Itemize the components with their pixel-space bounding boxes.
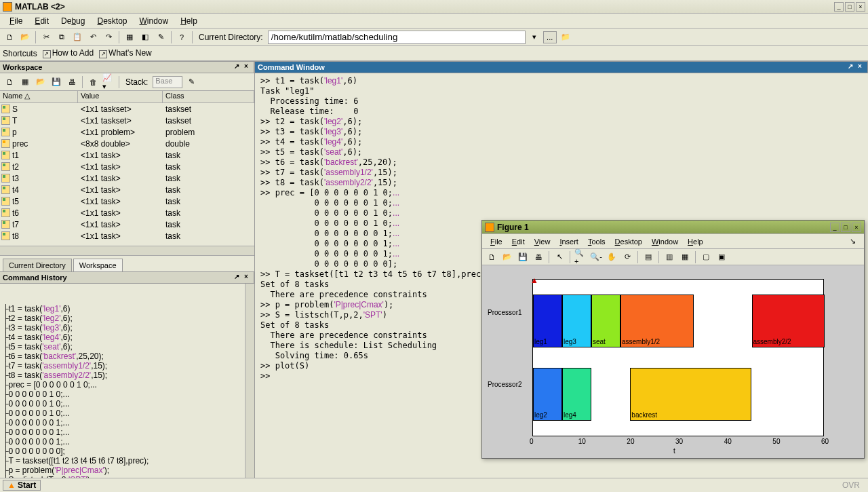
workspace-row[interactable]: t6<1x1 task>task — [0, 207, 254, 219]
workspace-row[interactable]: t4<1x1 task>task — [0, 184, 254, 195]
tab-workspace[interactable]: Workspace — [73, 259, 123, 271]
history-body[interactable]: ├t1 = task('leg1',6)├t2 = task('leg2',6)… — [0, 284, 254, 478]
menu-window[interactable]: Window — [134, 15, 174, 27]
legend-icon[interactable]: ▦ — [678, 250, 692, 264]
menu-debug[interactable]: Debug — [56, 15, 90, 27]
var-value: <1x1 task> — [78, 197, 163, 206]
fig-menu-edit[interactable]: Edit — [508, 236, 529, 247]
shortcuts-link[interactable]: Shortcuts — [3, 49, 37, 58]
window-title: MATLAB <2> — [15, 2, 833, 12]
var-name: t4 — [12, 185, 19, 195]
print-icon[interactable]: 🖶 — [65, 75, 79, 89]
workspace-row[interactable]: t8<1x1 task>task — [0, 230, 254, 242]
zoom-in-icon[interactable]: 🔍+ — [574, 250, 587, 264]
fig-menu-file[interactable]: File — [486, 236, 507, 247]
menu-help[interactable]: Help — [175, 15, 203, 27]
close-icon[interactable]: × — [856, 2, 865, 12]
main-toolbar: 🗋 📂 ✂ ⧉ 📋 ↶ ↷ ▦ ◧ ✎ ? Current Directory:… — [0, 29, 868, 46]
fig-menu-desktop[interactable]: Desktop — [611, 236, 646, 247]
close-panel-icon[interactable]: × — [855, 62, 865, 72]
stack-combo[interactable]: Base — [153, 76, 182, 88]
close-panel-icon[interactable]: × — [241, 273, 251, 282]
workspace-row[interactable]: prec<8x8 double>double — [0, 138, 254, 149]
workspace-scroll[interactable] — [0, 246, 254, 255]
colorbar-icon[interactable]: ▥ — [663, 250, 676, 264]
datacursor-icon[interactable]: ▤ — [642, 250, 655, 264]
maximize-icon[interactable]: □ — [841, 223, 850, 232]
var-name: prec — [12, 139, 28, 149]
col-value[interactable]: Value — [78, 91, 163, 102]
zoom-out-icon[interactable]: 🔍- — [589, 250, 603, 264]
howto-link[interactable]: How to Add — [52, 48, 94, 58]
whatsnew-link[interactable]: What's New — [108, 48, 152, 58]
var-icon — [1, 139, 10, 148]
menu-edit[interactable]: Edit — [29, 15, 54, 27]
undock-icon[interactable]: ↗ — [232, 273, 241, 282]
workspace-row[interactable]: p<1x1 problem>problem — [0, 126, 254, 138]
pan-icon[interactable]: ✋ — [605, 250, 618, 264]
print-fig-icon[interactable]: 🖶 — [532, 250, 545, 264]
simulink-icon[interactable]: ▦ — [123, 31, 136, 44]
var-icon — [1, 220, 10, 229]
pointer-icon[interactable]: ↖ — [553, 250, 566, 264]
save-fig-icon[interactable]: 💾 — [516, 250, 530, 264]
delete-icon[interactable]: 🗑 — [86, 75, 100, 89]
browse-dir-icon[interactable]: ... — [543, 31, 557, 43]
workspace-row[interactable]: t7<1x1 task>task — [0, 219, 254, 230]
undock-icon[interactable]: ↗ — [846, 62, 855, 72]
help-icon[interactable]: ? — [175, 31, 189, 44]
col-class[interactable]: Class — [163, 91, 254, 102]
hide-tools-icon[interactable]: ▢ — [699, 250, 713, 264]
xaxis-tick: 40 — [724, 438, 732, 445]
new-file-icon[interactable]: 🗋 — [3, 31, 16, 44]
workspace-row[interactable]: t2<1x1 task>task — [0, 161, 254, 172]
rotate-icon[interactable]: ⟳ — [620, 250, 634, 264]
undo-icon[interactable]: ↶ — [86, 31, 100, 44]
var-icon — [1, 174, 10, 183]
workspace-row[interactable]: t3<1x1 task>task — [0, 172, 254, 184]
plot-icon[interactable]: 📈▾ — [102, 75, 115, 89]
fig-menu-tools[interactable]: Tools — [584, 236, 610, 247]
fig-menu-chevron-icon[interactable]: ↘ — [846, 235, 860, 247]
fig-menu-window[interactable]: Window — [648, 236, 682, 247]
start-button[interactable]: ▲Start — [3, 480, 41, 491]
copy-icon[interactable]: ⧉ — [55, 31, 68, 44]
new-fig-icon[interactable]: 🗋 — [485, 250, 498, 264]
workspace-row[interactable]: t1<1x1 task>task — [0, 149, 254, 161]
menu-desktop[interactable]: Desktop — [92, 15, 132, 27]
current-dir-input[interactable] — [268, 31, 526, 44]
guide-icon[interactable]: ◧ — [138, 31, 152, 44]
col-name[interactable]: Name △ — [0, 91, 78, 102]
minimize-icon[interactable]: _ — [834, 2, 844, 12]
history-scrollbar[interactable] — [245, 284, 254, 478]
dir-dropdown-icon[interactable]: ▾ — [528, 31, 541, 44]
maximize-icon[interactable]: □ — [845, 2, 854, 12]
var-class: task — [163, 208, 254, 218]
save-icon[interactable]: 💾 — [50, 75, 63, 89]
workspace-row[interactable]: t5<1x1 task>task — [0, 195, 254, 207]
profiler-icon[interactable]: ✎ — [154, 31, 167, 44]
redo-icon[interactable]: ↷ — [102, 31, 115, 44]
open-fig-icon[interactable]: 📂 — [500, 250, 514, 264]
fig-menu-help[interactable]: Help — [684, 236, 707, 247]
show-tools-icon[interactable]: ▣ — [715, 250, 728, 264]
new-var-icon[interactable]: 🗋 — [3, 75, 16, 89]
minimize-icon[interactable]: _ — [830, 223, 840, 232]
var-value: <8x8 double> — [78, 139, 163, 149]
fig-menu-insert[interactable]: Insert — [555, 236, 583, 247]
menu-file[interactable]: File — [4, 15, 28, 27]
stack-edit-icon[interactable]: ✎ — [184, 75, 198, 89]
workspace-row[interactable]: S<1x1 taskset>taskset — [0, 103, 254, 115]
tab-current-directory[interactable]: Current Directory — [3, 259, 72, 271]
cut-icon[interactable]: ✂ — [39, 31, 53, 44]
paste-icon[interactable]: 📋 — [71, 31, 84, 44]
open-var-icon[interactable]: ▦ — [18, 75, 32, 89]
workspace-row[interactable]: T<1x1 taskset>taskset — [0, 115, 254, 126]
undock-icon[interactable]: ↗ — [232, 62, 241, 72]
open-file-icon[interactable]: 📂 — [18, 31, 32, 44]
up-dir-icon[interactable]: 📁 — [559, 31, 572, 44]
close-icon[interactable]: × — [852, 223, 861, 232]
import-icon[interactable]: 📂 — [34, 75, 47, 89]
close-panel-icon[interactable]: × — [241, 62, 251, 72]
fig-menu-view[interactable]: View — [530, 236, 555, 247]
